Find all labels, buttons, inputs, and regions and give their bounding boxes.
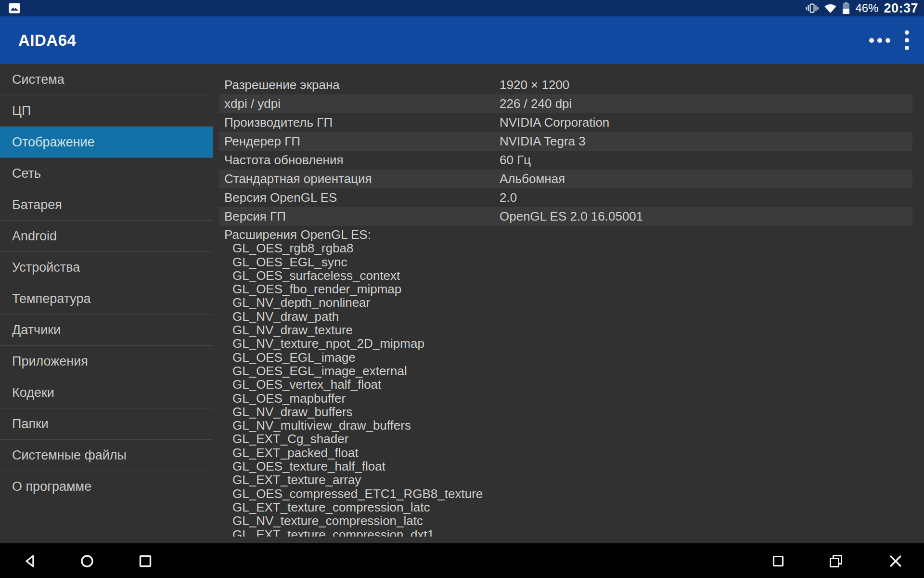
status-bar[interactable]: 46% 20:37: [0, 0, 924, 16]
row-label: Рендерер ГП: [224, 134, 300, 149]
sidebar-item-devices[interactable]: Устройства: [0, 252, 213, 283]
sidebar-item-label: Отображение: [12, 135, 95, 150]
sidebar-item-label: Кодеки: [12, 385, 54, 400]
extension-item: GL_OES_compressed_ETC1_RGB8_texture: [224, 487, 924, 500]
sidebar-item-apps[interactable]: Приложения: [0, 346, 213, 377]
extension-item: GL_OES_fbo_render_mipmap: [224, 282, 924, 296]
row-label: Производитель ГП: [224, 115, 333, 130]
extension-item: GL_OES_mapbuffer: [224, 392, 924, 405]
extension-item: GL_NV_draw_texture: [224, 323, 924, 337]
sidebar-item-label: Батарея: [12, 197, 62, 212]
sidebar-item-sensors[interactable]: Датчики: [0, 315, 213, 346]
close-icon[interactable]: [889, 554, 902, 568]
row-value: OpenGL ES 2.0 16.05001: [500, 207, 643, 226]
screen: 46% 20:37 AIDA64 Система ЦП Отображение …: [0, 0, 924, 578]
opengl-extensions-list: Расширения OpenGL ES: GL_OES_rgb8_rgba8 …: [213, 228, 924, 537]
extension-item: GL_NV_depth_nonlinear: [224, 296, 924, 309]
extension-item: GL_NV_draw_path: [224, 310, 924, 323]
extension-item: GL_OES_texture_half_float: [224, 460, 924, 473]
battery-percent: 46%: [855, 1, 878, 15]
sidebar-item-temperature[interactable]: Температура: [0, 283, 213, 315]
extension-item: GL_NV_multiview_draw_buffers: [224, 419, 924, 432]
row-default-orientation: Стандартная ориентация Альбомная: [219, 170, 912, 188]
extension-item: GL_NV_texture_npot_2D_mipmap: [224, 337, 924, 350]
sidebar-item-label: Температура: [12, 291, 91, 306]
sidebar-item-label: Устройства: [12, 260, 80, 275]
wifi-icon: [824, 3, 837, 13]
sidebar-item-label: Система: [12, 72, 64, 87]
more-horizontal-icon: [869, 38, 890, 43]
extension-item: GL_NV_texture_compression_latc: [224, 514, 924, 527]
extension-item: GL_OES_rgb8_rgba8: [224, 241, 924, 255]
overflow-menu-icon: [905, 30, 909, 50]
extension-item: GL_NV_draw_buffers: [224, 405, 924, 419]
row-label: Частота обновления: [224, 153, 344, 168]
sidebar-item-label: Приложения: [12, 354, 88, 369]
row-label: xdpi / ydpi: [224, 96, 281, 111]
battery-icon: [842, 2, 850, 14]
extension-item: GL_EXT_texture_compression_latc: [224, 500, 924, 514]
sidebar-item-system-files[interactable]: Системные файлы: [0, 440, 213, 471]
row-xdpi-ydpi: xdpi / ydpi 226 / 240 dpi: [219, 94, 912, 113]
notification-area: [9, 3, 20, 13]
sidebar-item-battery[interactable]: Батарея: [0, 189, 213, 221]
image-notification-icon: [9, 3, 20, 13]
info-rows: Разрешение экрана 924 × 578 xdpi / ydp…: [213, 64, 924, 226]
row-value: 2.0: [500, 188, 517, 207]
square-icon[interactable]: [772, 554, 784, 568]
extension-item: GL_OES_vertex_half_float: [224, 378, 924, 391]
extensions-header: Расширения OpenGL ES:: [224, 228, 924, 241]
clock: 20:37: [884, 1, 918, 16]
back-icon[interactable]: [24, 554, 36, 568]
sidebar-item-codecs[interactable]: Кодеки: [0, 377, 213, 408]
row-refresh-rate: Частота обновления 60 Гц: [219, 151, 912, 170]
extension-item: GL_OES_surfaceless_context: [224, 269, 924, 282]
extension-item: GL_EXT_packed_float: [224, 446, 924, 460]
row-opengl-es-version: Версия OpenGL ES 2.0: [219, 188, 912, 207]
sidebar-item-display[interactable]: Отображение: [0, 127, 213, 158]
display-info-panel[interactable]: Разрешение экрана 924 × 578 xdpi / ydp…: [213, 64, 924, 543]
extension-item: GL_OES_EGL_image: [224, 351, 924, 364]
extension-item: GL_OES_EGL_sync: [224, 255, 924, 269]
home-icon[interactable]: [81, 554, 93, 568]
row-label: Версия OpenGL ES: [224, 190, 337, 205]
recents-icon[interactable]: [139, 554, 152, 568]
app-title: AIDA64: [18, 16, 76, 64]
sidebar-item-android[interactable]: Android: [0, 221, 213, 252]
row-label: Стандартная ориентация: [224, 171, 372, 186]
sidebar-item-about[interactable]: О программе: [0, 471, 213, 502]
overflow-menu-button[interactable]: [891, 29, 914, 52]
sidebar-item-label: О программе: [12, 479, 91, 494]
row-value: 924 × 578: [500, 76, 569, 94]
sidebar-item-label: Сеть: [12, 166, 41, 181]
row-gpu-version: Версия ГП OpenGL ES 2.0 16.05001: [219, 207, 912, 226]
navigation-bar: [0, 543, 924, 578]
row-label: Разрешение экрана: [224, 78, 340, 92]
extension-item: GL_EXT_texture_compression_dxt1: [224, 528, 924, 537]
sidebar-item-network[interactable]: Сеть: [0, 158, 213, 189]
sidebar-item-label: Системные файлы: [12, 448, 127, 463]
row-value: NVIDIA Tegra 3: [500, 132, 586, 151]
sidebar-item-label: ЦП: [12, 104, 31, 118]
row-value: NVIDIA Corporation: [500, 113, 609, 132]
row-label: Версия ГП: [224, 209, 286, 224]
overlapping-windows-icon[interactable]: [829, 554, 843, 568]
sidebar-item-label: Android: [12, 229, 57, 244]
vibrate-icon: [806, 2, 819, 14]
sidebar[interactable]: Система ЦП Отображение Сеть Батарея Andr…: [0, 64, 213, 543]
sidebar-item-cpu[interactable]: ЦП: [0, 95, 213, 127]
extension-item: GL_OES_EGL_image_external: [224, 364, 924, 378]
row-value: 226 / 240 dpi: [500, 94, 572, 113]
more-horizontal-button[interactable]: [868, 29, 891, 52]
app-body: Система ЦП Отображение Сеть Батарея Andr…: [0, 64, 924, 543]
sidebar-item-label: Папки: [12, 417, 49, 432]
row-gpu-renderer: Рендерер ГП NVIDIA Tegra 3: [219, 132, 912, 151]
extension-item: GL_EXT_Cg_shader: [224, 432, 924, 446]
sidebar-item-system[interactable]: Система: [0, 64, 213, 95]
sidebar-item-folders[interactable]: Папки: [0, 408, 213, 440]
app-bar: AIDA64: [0, 16, 924, 64]
row-value: Альбомная: [500, 170, 565, 188]
row-screen-resolution: Разрешение экрана 924 × 578: [219, 76, 912, 94]
row-value: 60 Гц: [500, 151, 531, 170]
sidebar-item-label: Датчики: [12, 323, 61, 338]
